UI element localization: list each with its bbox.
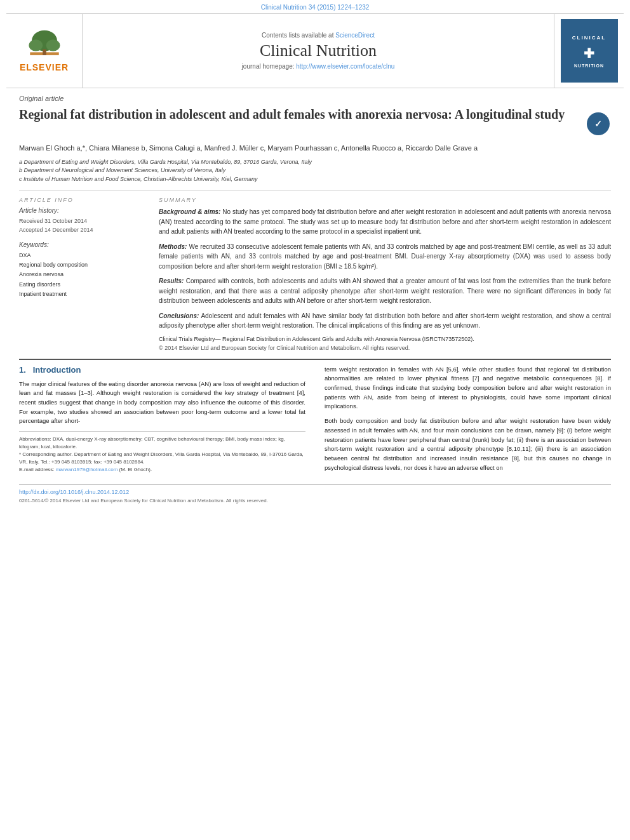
bottom-divider [19, 359, 611, 360]
doi-link[interactable]: http://dx.doi.org/10.1016/j.clnu.2014.12… [19, 489, 611, 495]
intro-right-col: term weight restoration in females with … [325, 365, 611, 478]
elsevier-name: ELSEVIER [20, 62, 69, 72]
badge-text-top: CLINICAL [572, 34, 606, 43]
history-subtitle: Article history: [19, 207, 146, 214]
background-text: No study has yet compared body fat distr… [159, 208, 611, 235]
methods-para: Methods: We recruited 33 consecutive ado… [159, 242, 611, 272]
sciencedirect-link[interactable]: ScienceDirect [335, 32, 375, 39]
main-content: Original article Regional fat distributi… [0, 88, 630, 510]
background-para: Background & aims: No study has yet comp… [159, 207, 611, 237]
affiliation-c: c Institute of Human Nutrition and Food … [19, 175, 611, 184]
intro-left-col: 1. Introduction The major clinical featu… [19, 365, 305, 478]
intro-heading: 1. Introduction [19, 365, 305, 375]
results-label: Results: [159, 277, 184, 284]
article-info-label: ARTICLE INFO [19, 197, 146, 203]
article-title: Regional fat distribution in adolescent … [19, 106, 573, 123]
article-title-area: Regional fat distribution in adolescent … [19, 106, 611, 137]
intro-title: Introduction [33, 365, 81, 375]
homepage-line: journal homepage: http://www.elsevier.co… [242, 63, 395, 70]
divider-1 [19, 190, 611, 190]
info-summary-cols: ARTICLE INFO Article history: Received 3… [19, 197, 611, 351]
bottom-copyright: 0261-5614/© 2014 Elsevier Ltd and Europe… [19, 498, 611, 503]
article-type: Original article [19, 95, 611, 102]
keyword-regional: Regional body composition [19, 260, 146, 270]
journal-header: ELSEVIER Contents lists available at Sci… [6, 13, 624, 88]
keywords-label: Keywords: [19, 241, 146, 248]
journal-title: Clinical Nutrition [260, 41, 377, 60]
keyword-anorexia: Anorexia nervosa [19, 270, 146, 279]
affiliation-a: a Department of Eating and Weight Disord… [19, 158, 611, 167]
clinical-nutrition-badge: CLINICAL ✚ NUTRITION [561, 19, 618, 83]
accepted-date: Accepted 14 December 2014 [19, 225, 146, 234]
badge-icon: ✚ [584, 46, 595, 61]
methods-label: Methods: [159, 243, 187, 250]
affiliation-b: b Department of Neurological and Movemen… [19, 166, 611, 175]
crossmark-badge[interactable]: ✓ [586, 111, 611, 137]
badge-text-bottom: NUTRITION [574, 63, 604, 68]
intro-para-1: The major clinical features of the eatin… [19, 380, 305, 427]
publisher-logo: ELSEVIER [6, 14, 83, 88]
introduction-section: 1. Introduction The major clinical featu… [19, 365, 611, 478]
homepage-link[interactable]: http://www.elsevier.com/locate/clnu [296, 63, 394, 70]
page-wrapper: Clinical Nutrition 34 (2015) 1224–1232 E… [0, 0, 630, 510]
article-history-section: Article history: Received 31 October 201… [19, 207, 146, 235]
bottom-links: http://dx.doi.org/10.1016/j.clnu.2014.12… [19, 484, 611, 503]
corresponding-footnote: * Corresponding author. Department of Ea… [19, 451, 305, 466]
conclusions-label: Conclusions: [159, 312, 199, 319]
email-footnote: E-mail address: marwan1979@hotmail.com (… [19, 466, 305, 474]
conclusions-text: Adolescent and adult females with AN hav… [159, 312, 611, 330]
svg-point-2 [29, 39, 43, 51]
crossmark-icon: ✓ [587, 112, 610, 135]
email-link[interactable]: marwan1979@hotmail.com [56, 467, 118, 472]
trials-line: Clinical Trials Registry— Regional Fat D… [159, 336, 611, 342]
footnote-area: Abbreviations: DXA, dual-energy X-ray ab… [19, 431, 305, 474]
affiliations: a Department of Eating and Weight Disord… [19, 158, 611, 184]
abbreviations-footnote: Abbreviations: DXA, dual-energy X-ray ab… [19, 436, 305, 451]
top-banner: Clinical Nutrition 34 (2015) 1224–1232 [0, 0, 630, 13]
sciencedirect-line: Contents lists available at ScienceDirec… [262, 32, 375, 39]
intro-number: 1. [19, 365, 26, 375]
journal-info-center: Contents lists available at ScienceDirec… [83, 14, 554, 88]
keyword-inpatient: Inpatient treatment [19, 290, 146, 299]
intro-para-right-1: term weight restoration in females with … [325, 365, 611, 412]
svg-rect-4 [43, 50, 46, 55]
keyword-dxa: DXA [19, 251, 146, 260]
keyword-eating: Eating disorders [19, 280, 146, 290]
journal-citation: Clinical Nutrition 34 (2015) 1224–1232 [261, 4, 370, 11]
elsevier-tree-icon [25, 29, 64, 61]
keywords-section: Keywords: DXA Regional body composition … [19, 241, 146, 299]
results-text: Compared with controls, both adolescents… [159, 277, 611, 304]
summary-label: SUMMARY [159, 197, 611, 203]
conclusions-para: Conclusions: Adolescent and adult female… [159, 311, 611, 331]
copyright-line: © 2014 Elsevier Ltd and European Society… [159, 345, 611, 351]
results-para: Results: Compared with controls, both ad… [159, 276, 611, 306]
svg-point-3 [46, 39, 60, 51]
methods-text: We recruited 33 consecutive adolescent f… [159, 243, 611, 270]
intro-para-right-2: Both body composition and body fat distr… [325, 417, 611, 472]
received-date: Received 31 October 2014 [19, 217, 146, 225]
background-label: Background & aims: [159, 208, 220, 215]
authors-line: Marwan El Ghoch a,*, Chiara Milanese b, … [19, 143, 611, 154]
elsevier-logo: ELSEVIER [20, 29, 69, 72]
journal-badge: CLINICAL ✚ NUTRITION [554, 14, 624, 88]
summary-col: SUMMARY Background & aims: No study has … [159, 197, 611, 351]
article-info-col: ARTICLE INFO Article history: Received 3… [19, 197, 146, 351]
authors-text: Marwan El Ghoch a,*, Chiara Milanese b, … [19, 144, 478, 152]
